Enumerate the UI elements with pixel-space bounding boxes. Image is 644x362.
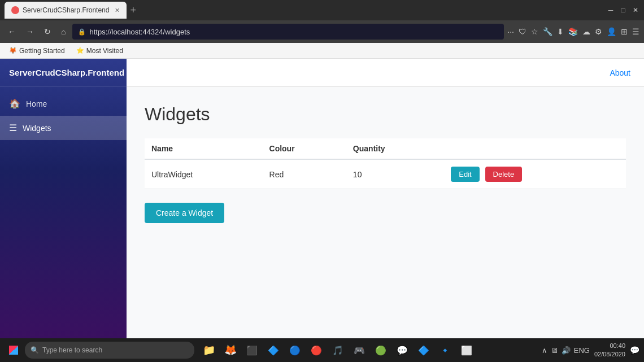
sidebar-home-label: Home [26, 99, 47, 108]
taskbar-spotify-app[interactable]: 🎵 [328, 340, 348, 360]
col-header-actions [444, 138, 626, 159]
taskbar-apps: 📁 🦊 ⬛ 🔷 🔵 🔴 🎵 🎮 🟢 💬 🔷 [199, 340, 477, 360]
app6-icon: 🟢 [375, 345, 386, 356]
app5-icon: 🔴 [311, 345, 322, 356]
tab-favicon [11, 6, 19, 14]
download-icon[interactable]: ⬇ [557, 27, 564, 36]
page-title: Widgets [145, 104, 626, 125]
settings-icon[interactable]: ⚙ [595, 27, 602, 36]
window-controls: ─ □ ✕ [607, 6, 639, 14]
vscode-icon: 🔵 [289, 345, 301, 356]
minimize-button[interactable]: ─ [607, 6, 615, 14]
tab-bar: ServerCrudCSharp.Frontend ✕ + [5, 2, 604, 19]
create-widget-button[interactable]: Create a Widget [145, 203, 224, 223]
tray-volume-icon: 🔊 [562, 346, 571, 355]
widget-quantity: 10 [346, 159, 444, 189]
app8-icon: ⬜ [461, 345, 472, 356]
col-header-colour: Colour [263, 138, 346, 159]
delete-button[interactable]: Delete [485, 167, 523, 182]
taskbar-app5[interactable]: 🔴 [306, 340, 327, 360]
taskbar-steam-app[interactable]: 🎮 [349, 340, 369, 360]
search-icon: 🔍 [31, 346, 39, 354]
widget-actions: Edit Delete [444, 159, 626, 189]
widgets-table: Name Colour Quantity UltraWidget Red 10 … [145, 138, 626, 189]
widget-name: UltraWidget [145, 159, 263, 189]
sidebar-brand: ServerCrudCSharp.Frontend [0, 59, 127, 87]
taskbar: 🔍 Type here to search 📁 🦊 ⬛ 🔷 🔵 🔴 🎵 🎮 🟢 [0, 338, 644, 362]
close-button[interactable]: ✕ [632, 6, 639, 14]
sidebar-item-widgets[interactable]: ☰ Widgets [0, 116, 127, 140]
tab-close-btn[interactable]: ✕ [115, 7, 120, 14]
app-header: About [127, 59, 644, 87]
taskbar-vs2-app[interactable]: 🔹 [435, 340, 455, 360]
steam-icon: 🎮 [354, 345, 365, 356]
main-content-wrapper: About Widgets Name Colour Quantity Ultra… [127, 59, 644, 338]
forward-button[interactable]: → [23, 25, 37, 38]
active-tab[interactable]: ServerCrudCSharp.Frontend ✕ [5, 2, 127, 19]
table-row: UltraWidget Red 10 Edit Delete [145, 159, 626, 189]
firefox-bookmark-icon: 🦊 [9, 47, 17, 54]
home-icon: 🏠 [9, 98, 20, 109]
system-tray: ∧ 🖥 🔊 ENG 00:40 02/08/2020 💬 [542, 342, 639, 359]
clock-time: 00:40 [594, 342, 625, 350]
app-container: ServerCrudCSharp.Frontend 🏠 Home ☰ Widge… [0, 59, 644, 338]
app7-icon: 🔷 [418, 345, 429, 356]
tray-network-icon: 🖥 [551, 346, 558, 355]
bookmark-most-visited[interactable]: ⭐ Most Visited [72, 46, 128, 56]
systray-icons: ∧ 🖥 🔊 ENG [542, 346, 590, 355]
menu-icon[interactable]: ☰ [632, 27, 639, 36]
nav-icons-right: ··· 🛡 ☆ 🔧 ⬇ 📚 ☁ ⚙ 👤 ⊞ ☰ [507, 27, 639, 36]
maximize-button[interactable]: □ [619, 6, 627, 14]
address-text: https://localhost:44324/widgets [89, 28, 190, 36]
taskbar-files-app[interactable]: 📁 [199, 340, 219, 360]
sync-icon[interactable]: ☁ [582, 27, 590, 36]
terminal-icon: ⬛ [246, 345, 258, 356]
back-button[interactable]: ← [5, 25, 19, 38]
refresh-button[interactable]: ↻ [41, 25, 54, 38]
bookmark-getting-started[interactable]: 🦊 Getting Started [5, 46, 69, 56]
taskbar-whatsapp-app[interactable]: 💬 [392, 340, 412, 360]
taskbar-firefox-app[interactable]: 🦊 [220, 340, 241, 360]
more-icon[interactable]: ··· [507, 27, 514, 36]
folder-icon: 📁 [203, 344, 215, 356]
browser-navbar: ← → ↻ ⌂ 🔒 https://localhost:44324/widget… [0, 20, 644, 43]
sidebar-widgets-label: Widgets [23, 124, 51, 133]
taskbar-terminal-app[interactable]: ⬛ [242, 340, 262, 360]
new-tab-button[interactable]: + [130, 5, 136, 16]
star-icon[interactable]: ☆ [531, 27, 538, 36]
home-button[interactable]: ⌂ [58, 25, 69, 38]
edit-button[interactable]: Edit [451, 167, 479, 182]
library-icon[interactable]: 📚 [568, 27, 578, 36]
widget-colour: Red [263, 159, 346, 189]
clock-date: 02/08/2020 [594, 350, 625, 359]
col-header-quantity: Quantity [346, 138, 444, 159]
sidebar: ServerCrudCSharp.Frontend 🏠 Home ☰ Widge… [0, 59, 127, 338]
sidebar-item-home[interactable]: 🏠 Home [0, 91, 127, 116]
grid-icon[interactable]: ⊞ [621, 27, 628, 36]
taskbar-app6[interactable]: 🟢 [371, 340, 391, 360]
col-header-name: Name [145, 138, 263, 159]
firefox-icon: 🦊 [224, 344, 237, 356]
taskbar-app8[interactable]: ⬜ [456, 340, 477, 360]
spotify-icon: 🎵 [332, 345, 343, 356]
star-bookmark-icon: ⭐ [76, 47, 84, 54]
search-placeholder: Type here to search [42, 346, 102, 354]
widgets-icon: ☰ [9, 123, 17, 133]
main-content: Widgets Name Colour Quantity UltraWidget… [127, 87, 644, 338]
clock: 00:40 02/08/2020 [594, 342, 625, 359]
tray-chevron-icon[interactable]: ∧ [542, 346, 547, 355]
about-link[interactable]: About [610, 68, 630, 77]
notification-icon[interactable]: 💬 [630, 346, 639, 355]
taskbar-vs-app[interactable]: 🔷 [263, 340, 284, 360]
start-button[interactable] [5, 341, 23, 359]
tools-icon[interactable]: 🔧 [543, 27, 552, 36]
shield-icon[interactable]: 🛡 [519, 27, 526, 36]
bookmark-most-visited-label: Most Visited [86, 47, 123, 55]
taskbar-vscode-app[interactable]: 🔵 [285, 340, 305, 360]
sidebar-nav: 🏠 Home ☰ Widgets [0, 87, 127, 145]
taskbar-app7[interactable]: 🔷 [414, 340, 434, 360]
whatsapp-icon: 💬 [397, 345, 408, 356]
address-bar[interactable]: 🔒 https://localhost:44324/widgets [72, 24, 504, 40]
taskbar-search-bar[interactable]: 🔍 Type here to search [25, 342, 194, 359]
profile-icon[interactable]: 👤 [607, 27, 616, 36]
